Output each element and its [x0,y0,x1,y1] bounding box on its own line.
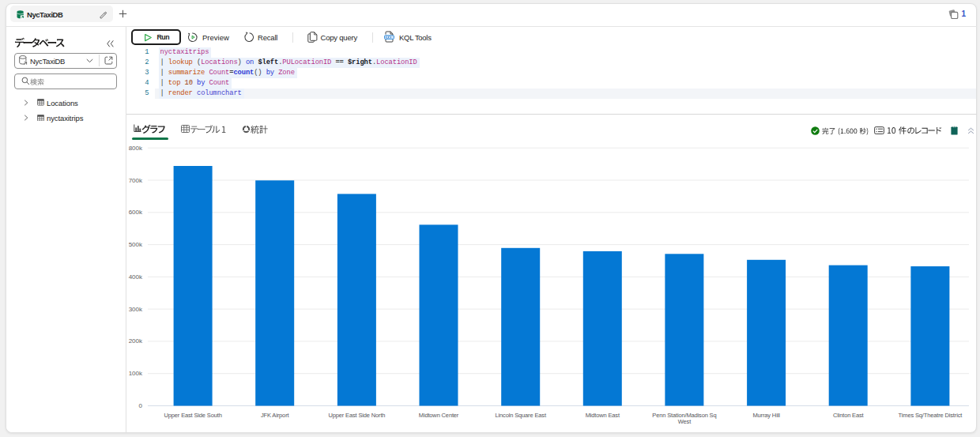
svg-text:Upper East Side North: Upper East Side North [328,412,385,419]
svg-text:100k: 100k [129,370,143,377]
svg-text:500k: 500k [129,241,143,248]
svg-text:Lincoln Square East: Lincoln Square East [496,412,547,419]
svg-text:Penn Station/Madison Sq: Penn Station/Madison Sq [652,412,716,419]
svg-text:JFK Airport: JFK Airport [261,412,290,419]
svg-text:800k: 800k [129,145,143,152]
svg-text:300k: 300k [129,306,143,313]
svg-text:Murray Hill: Murray Hill [753,412,781,419]
svg-text:Midtown East: Midtown East [586,412,620,419]
svg-text:0: 0 [139,402,143,409]
svg-text:600k: 600k [129,209,143,216]
svg-text:Upper East Side South: Upper East Side South [164,412,222,419]
svg-text:Clinton East: Clinton East [833,412,865,419]
svg-text:400k: 400k [129,273,143,281]
svg-text:Times Sq/Theatre District: Times Sq/Theatre District [899,412,963,419]
svg-text:West: West [678,418,692,425]
svg-text:Midtown Center: Midtown Center [419,412,459,419]
svg-text:700k: 700k [129,177,143,184]
svg-text:200k: 200k [129,337,143,345]
